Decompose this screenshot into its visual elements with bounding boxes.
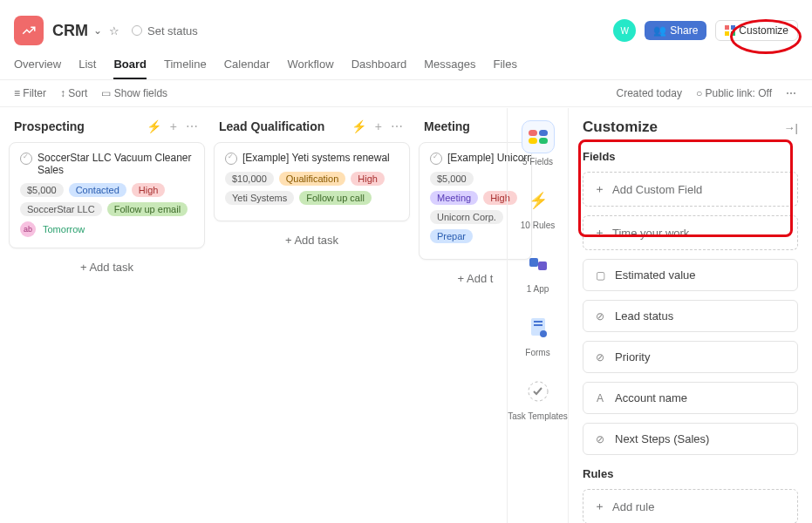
field-next-steps: Follow up call: [299, 191, 372, 205]
nav-messages[interactable]: Messages: [424, 52, 475, 79]
public-link-toggle[interactable]: ○ Public link: Off: [696, 87, 772, 99]
svg-rect-11: [534, 321, 542, 323]
nav-files[interactable]: Files: [493, 52, 516, 79]
rules-icon[interactable]: ⚡: [351, 119, 366, 133]
user-avatar[interactable]: W: [613, 19, 636, 42]
show-fields-button[interactable]: ▭ Show fields: [101, 87, 167, 99]
field-type-icon: A: [594, 392, 606, 404]
nav-calendar[interactable]: Calendar: [224, 52, 270, 79]
svg-rect-12: [534, 324, 542, 326]
filter-button[interactable]: ≡ Filter: [14, 87, 46, 99]
nav-list[interactable]: List: [78, 52, 96, 79]
project-icon: [14, 16, 44, 45]
column-more-icon[interactable]: ⋯: [186, 119, 200, 133]
dock-fields[interactable]: 5 Fields: [522, 120, 555, 166]
task-title: [Example] Yeti systems renewal: [242, 152, 390, 164]
svg-rect-0: [725, 25, 729, 30]
add-rule-button[interactable]: ＋Add rule: [583, 489, 798, 523]
field-lead-status[interactable]: ⊘Lead status: [583, 300, 798, 332]
field-type-icon: ▢: [594, 269, 606, 282]
fields-heading: Fields: [583, 150, 798, 163]
field-account-name[interactable]: AAccount name: [583, 382, 798, 414]
field-account-name: Yeti Systems: [225, 191, 294, 205]
task-card[interactable]: [Example] Yeti systems renewal $10,000 Q…: [214, 142, 410, 221]
project-title: CRM: [52, 22, 88, 40]
column-title[interactable]: Meeting: [424, 119, 470, 133]
column-title[interactable]: Lead Qualification: [219, 119, 324, 133]
field-estimated-value: $5,000: [430, 172, 474, 186]
field-next-steps: Follow up email: [107, 202, 188, 216]
column-title[interactable]: Prospecting: [14, 119, 85, 133]
svg-rect-6: [529, 138, 537, 144]
more-menu-icon[interactable]: ⋯: [786, 87, 798, 99]
svg-point-13: [540, 330, 547, 337]
fields-dock-icon: [522, 120, 555, 153]
customize-panel: Customize →| Fields ＋Add Custom Field ＋T…: [568, 108, 812, 523]
column-more-icon[interactable]: ⋯: [391, 119, 405, 133]
nav-overview[interactable]: Overview: [14, 52, 61, 79]
collapse-panel-icon[interactable]: →|: [784, 121, 798, 134]
nav-workflow[interactable]: Workflow: [287, 52, 333, 79]
field-priority: High: [351, 172, 385, 186]
sort-button[interactable]: ↕ Sort: [60, 87, 87, 99]
created-label: Created today: [617, 87, 682, 99]
panel-title: Customize: [583, 119, 658, 136]
svg-rect-8: [529, 258, 538, 267]
dock-task-templates[interactable]: Task Templates: [508, 375, 568, 421]
field-estimated-value: $5,000: [20, 183, 64, 197]
field-type-icon: ⊘: [594, 310, 606, 323]
nav-timeline[interactable]: Timeline: [164, 52, 207, 79]
rules-heading: Rules: [583, 467, 798, 480]
customize-button[interactable]: Customize: [715, 20, 798, 41]
field-lead-status: Qualification: [279, 172, 346, 186]
due-date: Tomorrow: [43, 224, 85, 234]
dock-apps[interactable]: 1 App: [522, 248, 555, 294]
customize-dock: 5 Fields ⚡ 10 Rules 1 App Forms Task Tem…: [507, 108, 568, 523]
add-task-icon[interactable]: +: [375, 119, 382, 133]
field-estimated-value[interactable]: ▢Estimated value: [583, 259, 798, 291]
svg-rect-3: [731, 31, 735, 36]
field-account-name: SoccerStar LLC: [20, 202, 102, 216]
add-task-icon[interactable]: +: [170, 119, 177, 133]
nav-dashboard[interactable]: Dashboard: [351, 52, 407, 79]
rules-icon[interactable]: ⚡: [147, 119, 161, 133]
field-priority[interactable]: ⊘Priority: [583, 341, 798, 373]
complete-task-icon[interactable]: [430, 153, 442, 165]
svg-rect-7: [539, 138, 548, 144]
field-type-icon: ⊘: [594, 351, 606, 363]
favorite-icon[interactable]: ☆: [109, 24, 119, 37]
field-next-steps-sales-[interactable]: ⊘Next Steps (Sales): [583, 423, 798, 455]
task-title: SoccerStar LLC Vacuum Cleaner Sales: [38, 152, 194, 176]
field-lead-status: Meeting: [430, 191, 478, 205]
add-task-button[interactable]: Add task: [214, 221, 410, 259]
templates-dock-icon: [522, 375, 555, 408]
field-type-icon: ⊘: [594, 433, 606, 445]
grid-icon: [725, 25, 735, 36]
field-estimated-value: $10,000: [225, 172, 274, 186]
assignee-avatar: ab: [20, 221, 36, 237]
complete-task-icon[interactable]: [225, 153, 237, 165]
rules-dock-icon: ⚡: [522, 184, 555, 217]
task-card[interactable]: SoccerStar LLC Vacuum Cleaner Sales $5,0…: [9, 142, 205, 248]
field-next-steps: Prepar: [430, 229, 473, 243]
svg-rect-9: [538, 262, 547, 270]
field-priority: High: [132, 183, 166, 197]
forms-dock-icon: [522, 311, 555, 344]
dock-rules[interactable]: ⚡ 10 Rules: [521, 184, 555, 230]
column-lead-qualification: Lead Qualification ⚡ + ⋯ [Example] Yeti …: [214, 119, 410, 496]
share-button[interactable]: 👥Share: [645, 21, 706, 40]
svg-rect-1: [731, 25, 735, 30]
apps-dock-icon: [522, 248, 555, 281]
time-your-work-button[interactable]: ＋Time your work: [583, 215, 798, 250]
project-menu-icon[interactable]: ⌄: [93, 24, 102, 37]
field-account-name: Unicorn Corp.: [430, 210, 503, 224]
set-status-button[interactable]: Set status: [132, 24, 198, 37]
dock-forms[interactable]: Forms: [522, 311, 555, 357]
field-lead-status: Contacted: [69, 183, 126, 197]
complete-task-icon[interactable]: [20, 153, 32, 165]
column-prospecting: Prospecting ⚡ + ⋯ SoccerStar LLC Vacuum …: [9, 119, 205, 496]
nav-board[interactable]: Board: [113, 52, 147, 79]
add-custom-field-button[interactable]: ＋Add Custom Field: [583, 172, 798, 207]
svg-rect-5: [539, 130, 548, 136]
add-task-button[interactable]: Add task: [9, 248, 205, 286]
